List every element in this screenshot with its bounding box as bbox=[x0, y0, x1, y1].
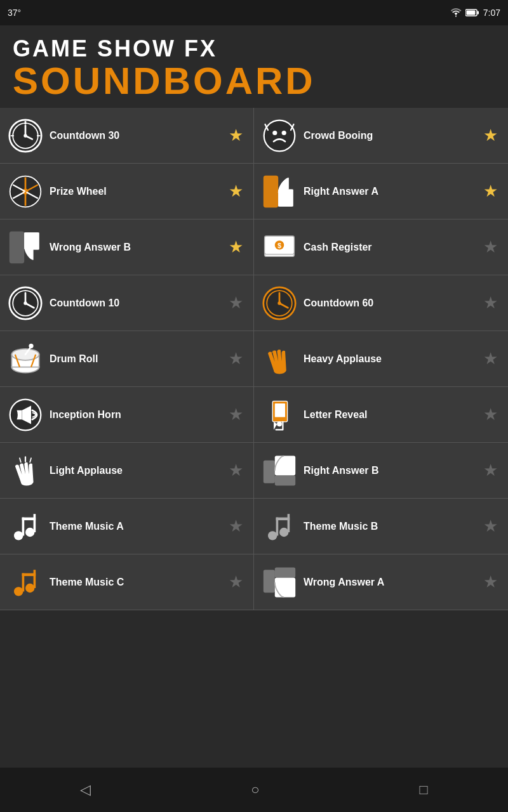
status-bar: 37° 7:07 bbox=[0, 0, 508, 25]
sound-item-inception-horn[interactable]: Inception Horn★ bbox=[0, 387, 254, 443]
sound-grid: Countdown 30★ Crowd Booing★ Prize Wheel★ bbox=[0, 108, 508, 610]
svg-rect-52 bbox=[275, 403, 285, 417]
light-applause-icon bbox=[6, 452, 44, 490]
sound-item-letter-reveal[interactable]: Letter Reveal★ bbox=[254, 387, 508, 443]
countdown-60-star[interactable]: ★ bbox=[479, 292, 502, 315]
svg-point-49 bbox=[29, 343, 33, 348]
inception-horn-icon bbox=[6, 396, 44, 434]
sound-item-prize-wheel[interactable]: Prize Wheel★ bbox=[0, 164, 254, 219]
svg-point-61 bbox=[25, 527, 34, 536]
letter-reveal-label: Letter Reveal bbox=[298, 409, 479, 421]
sound-item-heavy-applause[interactable]: Heavy Applause★ bbox=[254, 331, 508, 387]
right-answer-b-star[interactable]: ★ bbox=[479, 459, 502, 482]
svg-point-60 bbox=[14, 531, 23, 540]
wifi-icon bbox=[450, 8, 462, 17]
sound-item-countdown-60[interactable]: Countdown 60★ bbox=[254, 275, 508, 331]
theme-music-a-label: Theme Music A bbox=[44, 521, 224, 532]
svg-rect-58 bbox=[275, 455, 295, 475]
sound-item-countdown-10[interactable]: Countdown 10★ bbox=[0, 275, 254, 331]
svg-point-11 bbox=[264, 120, 295, 151]
svg-rect-64 bbox=[22, 517, 36, 520]
svg-rect-74 bbox=[22, 573, 36, 576]
sound-item-light-applause[interactable]: Light Applause★ bbox=[0, 443, 254, 499]
inception-horn-star[interactable]: ★ bbox=[224, 403, 247, 426]
sound-item-right-answer-a[interactable]: Right Answer A★ bbox=[254, 164, 508, 219]
wrong-answer-a-label: Wrong Answer A bbox=[298, 577, 479, 588]
svg-point-37 bbox=[23, 301, 27, 304]
drum-roll-icon bbox=[6, 340, 44, 378]
right-answer-a-star[interactable]: ★ bbox=[479, 180, 502, 203]
svg-rect-22 bbox=[264, 175, 278, 207]
letter-reveal-star[interactable]: ★ bbox=[479, 403, 502, 426]
countdown-30-star[interactable]: ★ bbox=[224, 124, 247, 147]
theme-music-b-icon bbox=[260, 508, 298, 546]
svg-rect-76 bbox=[275, 577, 295, 597]
drum-roll-label: Drum Roll bbox=[44, 353, 224, 365]
countdown-60-icon bbox=[260, 284, 298, 322]
crowd-booing-label: Crowd Booing bbox=[298, 130, 479, 141]
header: GAME SHOW FX SOUNDBOARD bbox=[0, 25, 508, 108]
svg-rect-63 bbox=[34, 514, 36, 532]
theme-music-b-star[interactable]: ★ bbox=[479, 515, 502, 538]
right-answer-a-icon bbox=[260, 173, 298, 211]
svg-rect-68 bbox=[288, 514, 290, 532]
light-applause-label: Light Applause bbox=[44, 465, 224, 476]
svg-rect-57 bbox=[264, 460, 275, 483]
sound-item-countdown-30[interactable]: Countdown 30★ bbox=[0, 108, 254, 164]
crowd-booing-star[interactable]: ★ bbox=[479, 124, 502, 147]
svg-point-53 bbox=[277, 421, 281, 426]
sound-item-theme-music-c[interactable]: Theme Music C★ bbox=[0, 554, 254, 610]
prize-wheel-label: Prize Wheel bbox=[44, 186, 224, 197]
countdown-30-icon bbox=[6, 117, 44, 155]
svg-point-13 bbox=[282, 130, 286, 134]
wrong-answer-b-label: Wrong Answer B bbox=[44, 242, 224, 253]
sound-item-theme-music-a[interactable]: Theme Music A★ bbox=[0, 499, 254, 554]
sound-item-wrong-answer-a[interactable]: Wrong Answer A★ bbox=[254, 554, 508, 610]
cash-register-label: Cash Register bbox=[298, 242, 479, 253]
svg-rect-59 bbox=[275, 475, 295, 485]
sound-item-cash-register[interactable]: $ $ Cash Register★ bbox=[254, 219, 508, 275]
status-right: 7:07 bbox=[450, 8, 500, 18]
svg-point-66 bbox=[279, 527, 288, 536]
recents-button[interactable]: □ bbox=[420, 782, 428, 798]
svg-rect-73 bbox=[34, 570, 36, 588]
drum-roll-star[interactable]: ★ bbox=[224, 348, 247, 370]
svg-rect-24 bbox=[10, 231, 24, 263]
countdown-60-label: Countdown 60 bbox=[298, 298, 479, 309]
svg-rect-1 bbox=[477, 11, 479, 15]
sound-item-right-answer-b[interactable]: Right Answer B★ bbox=[254, 443, 508, 499]
heavy-applause-star[interactable]: ★ bbox=[479, 348, 502, 370]
theme-music-a-star[interactable]: ★ bbox=[224, 515, 247, 538]
sound-item-crowd-booing[interactable]: Crowd Booing★ bbox=[254, 108, 508, 164]
right-answer-b-icon bbox=[260, 452, 298, 490]
sound-item-drum-roll[interactable]: Drum Roll★ bbox=[0, 331, 254, 387]
wrong-answer-a-icon bbox=[260, 563, 298, 601]
cash-register-star[interactable]: ★ bbox=[479, 236, 502, 259]
svg-point-12 bbox=[272, 130, 277, 134]
cash-register-icon: $ $ bbox=[260, 228, 298, 266]
svg-point-7 bbox=[23, 134, 27, 137]
inception-horn-label: Inception Horn bbox=[44, 409, 224, 421]
wrong-answer-a-star[interactable]: ★ bbox=[479, 571, 502, 594]
prize-wheel-star[interactable]: ★ bbox=[224, 180, 247, 203]
home-button[interactable]: ○ bbox=[251, 782, 259, 798]
theme-music-b-label: Theme Music B bbox=[298, 521, 479, 532]
theme-music-a-icon bbox=[6, 508, 44, 546]
countdown-10-label: Countdown 10 bbox=[44, 298, 224, 309]
theme-music-c-label: Theme Music C bbox=[44, 577, 224, 588]
nav-bar: ◁ ○ □ bbox=[0, 768, 508, 812]
countdown-10-star[interactable]: ★ bbox=[224, 292, 247, 315]
back-button[interactable]: ◁ bbox=[80, 782, 91, 798]
wrong-answer-b-star[interactable]: ★ bbox=[224, 236, 247, 259]
svg-point-65 bbox=[268, 531, 277, 540]
sound-item-wrong-answer-b[interactable]: Wrong Answer B★ bbox=[0, 219, 254, 275]
svg-point-71 bbox=[25, 583, 34, 592]
light-applause-star[interactable]: ★ bbox=[224, 459, 247, 482]
right-answer-a-label: Right Answer A bbox=[298, 186, 479, 197]
prize-wheel-icon bbox=[6, 173, 44, 211]
svg-rect-69 bbox=[276, 517, 290, 520]
theme-music-c-star[interactable]: ★ bbox=[224, 571, 247, 594]
svg-rect-75 bbox=[264, 570, 275, 593]
header-title-line2: SOUNDBOARD bbox=[13, 62, 495, 100]
sound-item-theme-music-b[interactable]: Theme Music B★ bbox=[254, 499, 508, 554]
